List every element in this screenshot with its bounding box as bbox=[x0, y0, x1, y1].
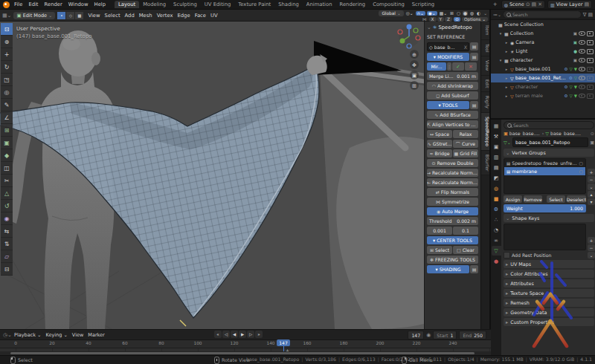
outliner-funnel-icon[interactable]: ∇ bbox=[583, 12, 587, 18]
mirror-axis-z[interactable]: Z bbox=[445, 17, 452, 22]
delete-modifier-button[interactable]: ✕ bbox=[465, 62, 477, 71]
hide-viewport-toggle[interactable] bbox=[579, 40, 585, 45]
current-frame-badge[interactable]: 147 bbox=[277, 339, 290, 346]
section-header-shading[interactable]: ▾SHADING bbox=[427, 265, 469, 273]
disable-render-toggle[interactable] bbox=[587, 49, 594, 54]
section-doc-button[interactable]: ▤ bbox=[470, 53, 478, 61]
menu-render[interactable]: Render bbox=[42, 1, 65, 7]
unlink-scene-icon[interactable]: ✕ bbox=[538, 1, 542, 7]
mode-selector[interactable]: ▣ Edit Mode⌄ bbox=[13, 12, 55, 19]
exclude-checkbox-icon[interactable]: ▣ bbox=[573, 58, 577, 62]
jump-to-start-button[interactable]: « bbox=[214, 331, 222, 338]
exclude-checkbox-icon[interactable]: ▣ bbox=[573, 31, 577, 36]
expand-arrow-icon[interactable]: ▸ bbox=[504, 94, 509, 98]
end-frame-field[interactable]: End250 bbox=[459, 331, 486, 339]
section-header-center-tools[interactable]: ▾CENTER TOOLS bbox=[427, 236, 478, 244]
viewport-menu-add[interactable]: Add bbox=[123, 13, 137, 19]
move-group-up-button[interactable]: ▴ bbox=[588, 191, 595, 198]
button-freezing-tools[interactable]: ✻FREEZING TOOLS bbox=[427, 256, 478, 264]
outliner-row-base-base-001[interactable]: ▸▽base_base.001⚙▽▼ bbox=[491, 65, 595, 74]
new-view-layer-icon[interactable]: ▤ bbox=[584, 1, 589, 7]
section-remesh[interactable]: ▸Remesh bbox=[504, 299, 594, 307]
remove-shape-key-button[interactable]: − bbox=[588, 244, 595, 251]
breadcrumb-data[interactable]: base_base.001... bbox=[550, 131, 582, 136]
section-uv-maps[interactable]: ▸UV Maps bbox=[504, 260, 594, 268]
next-keyframe-button[interactable]: ▷ bbox=[247, 331, 254, 338]
outliner-filter-icon[interactable]: ≔⌄ bbox=[493, 12, 501, 17]
properties-tab-constraints[interactable]: ∞ bbox=[492, 235, 501, 245]
overlays-icon[interactable]: ▩⌄ bbox=[439, 11, 448, 16]
tool-poly-build[interactable]: △ bbox=[1, 187, 13, 200]
workspace-tab-sculpting[interactable]: Sculpting bbox=[170, 1, 201, 8]
current-frame-field[interactable]: 147 bbox=[408, 331, 424, 339]
viewport-menu-view[interactable]: View bbox=[86, 13, 102, 19]
section-texture-space[interactable]: ▸Texture Space bbox=[504, 289, 594, 297]
workspace-tab-texture-paint[interactable]: Texture Paint bbox=[234, 1, 274, 8]
workspace-tab-layout[interactable]: Layout bbox=[115, 1, 139, 8]
add-vertex-group-button[interactable]: + bbox=[588, 169, 595, 175]
button-flip-normals[interactable]: ⇄Flip Normals bbox=[427, 188, 478, 196]
shading-rendered-icon[interactable]: ◐ bbox=[476, 11, 481, 16]
button-clear[interactable]: □Clear bbox=[453, 246, 478, 254]
button-recalculate-normal-[interactable]: →Recalculate Normal... bbox=[427, 169, 478, 177]
expand-arrow-icon[interactable]: ▸ bbox=[504, 85, 509, 89]
viewport-menu-edge[interactable]: Edge bbox=[176, 13, 193, 19]
shape-key-specials-button[interactable]: ⌄ bbox=[588, 252, 595, 259]
button-remove[interactable]: Remove bbox=[524, 195, 542, 203]
tool-measure[interactable]: ∠ bbox=[1, 111, 13, 124]
disable-render-toggle[interactable] bbox=[587, 58, 594, 63]
timeline-editor-icon[interactable]: ◷⌄ bbox=[3, 332, 12, 338]
workspace-tab-animation[interactable]: Animation bbox=[303, 1, 336, 8]
hide-viewport-toggle[interactable] bbox=[579, 85, 585, 89]
proportional-edit-icon[interactable]: ◉⌄ bbox=[427, 11, 437, 16]
timeline-ruler[interactable]: 020406080100120140160180200220240 bbox=[0, 340, 491, 348]
properties-tab-render[interactable]: ▣ bbox=[492, 142, 501, 152]
move-group-down-button[interactable]: ▾ bbox=[588, 198, 595, 205]
shading-wireframe-icon[interactable]: ○ bbox=[456, 11, 461, 16]
vertex-groups-header[interactable]: ⌄Vertex Groups bbox=[504, 149, 594, 157]
menu-edit[interactable]: Edit bbox=[25, 1, 41, 7]
xray-icon[interactable]: ⊞ bbox=[449, 11, 454, 16]
button-space[interactable]: ↔Space bbox=[427, 130, 452, 138]
workspace-tab-shading[interactable]: Shading bbox=[274, 1, 303, 8]
value-field-threshold[interactable]: Threshold0.002 m bbox=[427, 217, 478, 225]
pin-icon[interactable]: ⊙ bbox=[591, 131, 594, 136]
jump-to-end-button[interactable]: » bbox=[255, 331, 263, 338]
add-shape-key-button[interactable]: + bbox=[588, 237, 595, 244]
previous-keyframe-button[interactable]: ◁ bbox=[222, 331, 230, 338]
timeline-menu-keying[interactable]: Keying ⌄ bbox=[46, 332, 68, 338]
viewport-menu-mesh[interactable]: Mesh bbox=[137, 13, 155, 19]
section-custom-properties[interactable]: ▸Custom Properties bbox=[504, 318, 594, 326]
tool-bevel[interactable]: ◆ bbox=[1, 149, 13, 162]
auto-merge-icon[interactable]: ⊙ bbox=[454, 17, 460, 22]
expand-arrow-icon[interactable]: ▸ bbox=[504, 40, 509, 45]
hide-viewport-toggle[interactable] bbox=[579, 49, 585, 53]
tool-transform[interactable]: ◎ bbox=[1, 86, 13, 99]
outliner-options-icon[interactable]: ▤ bbox=[588, 12, 593, 18]
section-attributes[interactable]: ▸Attributes bbox=[504, 279, 594, 287]
hide-viewport-toggle[interactable] bbox=[579, 94, 585, 98]
shading-material-icon[interactable]: ◍ bbox=[469, 11, 475, 16]
tool-edge-slide[interactable]: ⇆ bbox=[1, 225, 13, 238]
tool-shrink-flatten[interactable]: ⇅ bbox=[1, 238, 13, 250]
section-doc-button[interactable]: ▤ bbox=[470, 101, 478, 109]
section-doc-button[interactable]: ▤ bbox=[470, 265, 478, 273]
outliner-search[interactable]: Search bbox=[503, 10, 582, 19]
workspace-tab-compositing[interactable]: Compositing bbox=[369, 1, 408, 8]
viewport-menu-face[interactable]: Face bbox=[193, 13, 208, 19]
disable-render-toggle[interactable] bbox=[587, 76, 594, 81]
add-rest-position-checkbox[interactable] bbox=[504, 252, 510, 259]
vertex-group-speedretopo-freeze-unfreeze[interactable]: ▤Speedretopo_freeze_unfreeze○ bbox=[504, 159, 585, 167]
remove-vertex-group-button[interactable]: − bbox=[588, 176, 595, 183]
properties-tab-material[interactable]: ● bbox=[492, 256, 501, 266]
button-curve[interactable]: ⌒Curve bbox=[453, 140, 478, 148]
section-header-tools[interactable]: ▾TOOLS bbox=[427, 101, 469, 109]
workspace-tab-modeling[interactable]: Modeling bbox=[139, 1, 170, 8]
tool-shear[interactable]: ▱ bbox=[1, 250, 13, 263]
button-grid-fill[interactable]: ▦Grid Fill bbox=[453, 149, 478, 157]
orientation-selector[interactable]: Global⌄ bbox=[379, 10, 403, 16]
tool-rip-region[interactable]: ⊟ bbox=[1, 263, 13, 276]
value-field-merge-li-[interactable]: Merge Li...0.001 m bbox=[427, 72, 478, 80]
vertex-group-specials-button[interactable]: ⌄ bbox=[588, 183, 595, 190]
expand-arrow-icon[interactable]: ▾ bbox=[498, 31, 503, 36]
